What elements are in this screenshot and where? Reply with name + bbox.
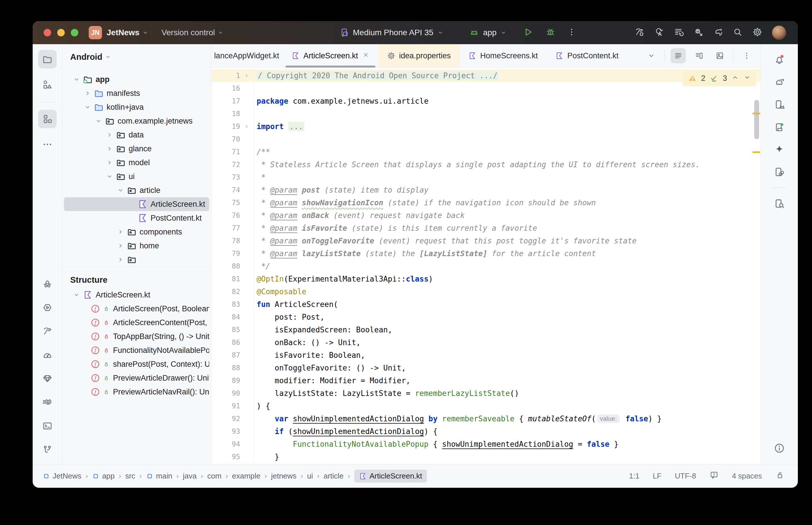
code-line-83[interactable]: 83fun ArticleScreen(	[211, 298, 761, 311]
device-selector[interactable]: Medium Phone API 35	[339, 27, 444, 38]
scrollbar-thumb[interactable]	[754, 100, 759, 139]
prev-problem-button[interactable]	[731, 73, 739, 84]
tree-item-kotlin-java[interactable]: kotlin+java	[64, 100, 209, 114]
code-line-79[interactable]: 79 * @param lazyListState (state) the [L…	[211, 247, 761, 260]
code-line-90[interactable]: 90 lazyListState: LazyListState = rememb…	[211, 387, 761, 400]
structure-item[interactable]: fTopAppBar(String, () -> Unit,	[64, 330, 209, 343]
editor-tab-postcontent-kt[interactable]: PostContent.kt	[546, 44, 627, 67]
warning-stripe-mark[interactable]	[752, 151, 760, 153]
device-mirroring-tool-button[interactable]	[771, 164, 788, 180]
code-line-82[interactable]: 82@Composable	[211, 285, 761, 298]
breadcrumb-item-com[interactable]: com	[207, 471, 221, 481]
search-everywhere-button[interactable]	[733, 27, 743, 39]
minimize-window-button[interactable]	[57, 29, 65, 36]
version-control-menu[interactable]: Version control	[162, 28, 224, 37]
user-avatar[interactable]	[772, 26, 786, 40]
run-button[interactable]	[522, 27, 533, 39]
inspection-highlight-widget[interactable]	[709, 470, 719, 482]
code-line-76[interactable]: 76 * @param onBack (event) request navig…	[211, 209, 761, 222]
run-config-selector[interactable]: app	[469, 27, 507, 38]
gradle-sync-button[interactable]	[713, 27, 723, 39]
code-line-92[interactable]: 92 var showUnimplementedActionDialog by …	[211, 412, 761, 425]
split-editor-button[interactable]	[692, 48, 707, 63]
code-line-19[interactable]: 19import ...	[211, 120, 761, 133]
tree-item-data[interactable]: data	[64, 128, 209, 142]
tree-item-glance[interactable]: glance	[64, 142, 209, 156]
warning-stripe-mark[interactable]	[752, 112, 760, 114]
tree-item-article[interactable]: article	[64, 183, 209, 197]
code-line-94[interactable]: 94 FunctionalityNotAvailablePopup { show…	[211, 438, 761, 450]
code-line-84[interactable]: 84 post: Post,	[211, 311, 761, 324]
more-tool-windows-button[interactable]	[38, 135, 57, 154]
editor-tab-homescreens-kt[interactable]: HomeScreens.kt	[459, 44, 547, 67]
code-line-75[interactable]: 75 * @param showNavigationIcon (state) i…	[211, 196, 761, 209]
code-line-77[interactable]: 77 * @param isFavorite (state) is this i…	[211, 222, 761, 235]
file-lock-widget[interactable]	[775, 470, 785, 482]
inspections-widget[interactable]: 23	[682, 70, 756, 86]
breadcrumb-item-example[interactable]: example	[232, 471, 260, 481]
tree-item-model[interactable]: model	[64, 156, 209, 169]
close-icon[interactable]	[362, 51, 370, 59]
code-line-73[interactable]: 73 *	[211, 171, 761, 184]
tree-item-app[interactable]: app	[64, 73, 209, 86]
code-line-16[interactable]: 16	[211, 82, 761, 95]
build-tool-button[interactable]	[38, 322, 57, 341]
breadcrumb-item-articlescreen-kt[interactable]: ArticleScreen.kt	[354, 469, 427, 482]
editor-tab-lanceappwidget-kt[interactable]: lanceAppWidget.kt	[211, 44, 283, 67]
tree-item-articlescreen-kt[interactable]: ArticleScreen.kt	[64, 197, 209, 211]
structure-item[interactable]: fPreviewArticleDrawer(): Unit	[64, 371, 209, 385]
tree-item-manifests[interactable]: manifests	[64, 86, 209, 100]
breadcrumb-item-main[interactable]: main	[146, 471, 172, 481]
project-name-menu[interactable]: JetNews	[107, 28, 139, 37]
running-devices-tool-button[interactable]	[771, 119, 788, 135]
code-line-71[interactable]: 71/**	[211, 146, 761, 158]
editor-options-button[interactable]	[739, 48, 754, 63]
code-line-74[interactable]: 74 * @param post (state) item to display	[211, 184, 761, 196]
project-view-selector[interactable]: Android	[62, 49, 211, 65]
breadcrumb-item-app[interactable]: app	[92, 471, 115, 481]
code-line-91[interactable]: 91) {	[211, 400, 761, 412]
line-ending-widget[interactable]: LF	[653, 471, 662, 481]
problems-tool-button[interactable]	[771, 440, 788, 456]
structure-tool-button[interactable]	[38, 110, 57, 128]
more-run-options-button[interactable]	[567, 27, 576, 38]
chev-down-icon[interactable]	[743, 73, 751, 81]
project-tool-button[interactable]	[38, 50, 57, 69]
editor-scrollbar[interactable]	[752, 88, 761, 464]
code-line-93[interactable]: 93 if (showUnimplementedActionDialog) {	[211, 425, 761, 438]
settings-button[interactable]	[752, 27, 763, 39]
code-line-85[interactable]: 85 isExpandedScreen: Boolean,	[211, 324, 761, 336]
code-line-70[interactable]: 70	[211, 133, 761, 146]
breadcrumb-item-jetnews[interactable]: jetnews	[271, 471, 296, 481]
recent-actions-button[interactable]	[674, 27, 684, 39]
code-line-78[interactable]: 78 * @param onToggleFavorite (event) req…	[211, 235, 761, 247]
maximize-window-button[interactable]	[71, 29, 78, 36]
device-explorer-tool-button[interactable]	[771, 195, 788, 212]
editor-tab-idea-properties[interactable]: idea.properties	[378, 44, 459, 67]
breadcrumb-item-jetnews[interactable]: JetNews	[43, 471, 82, 481]
breadcrumb-item-ui[interactable]: ui	[307, 471, 313, 481]
indent-widget[interactable]: 4 spaces	[732, 471, 762, 481]
tree-item-postcontent-kt[interactable]: PostContent.kt	[64, 211, 209, 225]
code-line-1[interactable]: 1/ Copyright 2020 The Android Open Sourc…	[211, 69, 761, 82]
code-editor[interactable]: 1/ Copyright 2020 The Android Open Sourc…	[211, 68, 761, 464]
code-line-72[interactable]: 72 * Stateless Article Screen that displ…	[211, 158, 761, 171]
encoding-widget[interactable]: UTF-8	[675, 471, 696, 481]
sync-translate-button[interactable]	[654, 27, 664, 39]
gradle-tool-button[interactable]	[771, 74, 788, 90]
chev-right-icon[interactable]	[243, 73, 250, 79]
code-line-80[interactable]: 80 */	[211, 260, 761, 273]
attach-debugger-button[interactable]	[693, 27, 704, 39]
profiler-tool-button[interactable]	[38, 346, 57, 364]
tree-item[interactable]	[64, 253, 209, 267]
code-line-89[interactable]: 89 modifier: Modifier = Modifier,	[211, 374, 761, 387]
breadcrumb-item-src[interactable]: src	[125, 471, 135, 481]
code-line-81[interactable]: 81@OptIn(ExperimentalMaterial3Api::class…	[211, 273, 761, 285]
breadcrumb-item-java[interactable]: java	[183, 471, 197, 481]
breadcrumb-item-article[interactable]: article	[324, 471, 343, 481]
tree-item-com-example-jetnews[interactable]: com.example.jetnews	[64, 114, 209, 128]
structure-item[interactable]: fPreviewArticleNavRail(): Unit	[64, 385, 209, 399]
app-quality-insights-tool-button[interactable]	[38, 369, 57, 388]
structure-item[interactable]: fFunctionalityNotAvailablePop	[64, 343, 209, 357]
code-line-86[interactable]: 86 onBack: () -> Unit,	[211, 336, 761, 349]
